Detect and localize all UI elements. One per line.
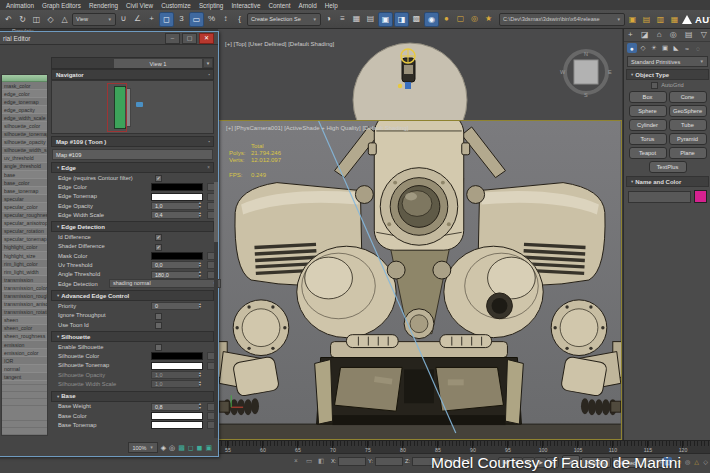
zoom-selected-icon[interactable]: ◼ (197, 444, 203, 452)
silhouette-color-swatch[interactable] (151, 352, 203, 360)
id-difference-checkbox[interactable] (155, 234, 162, 241)
silhouette-opacity-field[interactable]: 1,0 (151, 371, 200, 379)
render-last-icon[interactable]: ▦ (668, 13, 681, 26)
scene-explorer-icon[interactable]: ▦ (350, 12, 363, 25)
parameter-list-item[interactable]: uv_threshold (2, 155, 47, 163)
spinner-icon[interactable]: ▲▼ (197, 302, 203, 310)
silhouette-tonemap-swatch[interactable] (151, 362, 203, 370)
zoom-region-icon[interactable]: ▩ (178, 444, 185, 452)
parameter-list-item[interactable]: normal (2, 365, 47, 373)
parameter-selected-row[interactable] (2, 75, 47, 82)
named-selection-set-dropdown[interactable]: Create Selection Se▼ (247, 13, 321, 26)
base-color-swatch[interactable] (151, 412, 203, 420)
parameter-list-item[interactable]: highlight_color (2, 244, 47, 252)
use-toon-id-checkbox[interactable] (155, 322, 162, 329)
menu-item[interactable]: Animation (2, 2, 38, 9)
parameter-list-item[interactable]: base_tonemap (2, 187, 47, 195)
viewport-camera-label[interactable]: [+] [PhysCamera001] [ActiveShade + High … (226, 125, 408, 131)
parameter-list-item[interactable]: silhouette_tonemap (2, 131, 47, 139)
minimize-button[interactable]: – (165, 33, 180, 44)
parameter-list-item[interactable]: transmission_rough (2, 292, 47, 300)
parameter-list-item[interactable]: silhouette_color (2, 122, 47, 130)
viewport-camera[interactable]: [+] [PhysCamera001] [ActiveShade + High … (218, 120, 622, 440)
menu-item[interactable]: Interactive (227, 2, 264, 9)
unlink-selection-icon[interactable]: ◇ (44, 13, 57, 26)
silhouette-width-field[interactable]: 1,0 (151, 380, 200, 388)
angle-snap-icon[interactable]: ∠ (131, 12, 144, 25)
utilities-tab-icon[interactable]: ▽ (701, 30, 707, 39)
select-object-icon[interactable]: ◻ (159, 12, 174, 27)
time-slider-track[interactable]: 556065707580859095100105110115120 (218, 440, 710, 454)
angle-threshold-field[interactable]: 180,0 (151, 271, 200, 279)
edge-opacity-field[interactable]: 1,0 (151, 202, 200, 210)
close-button[interactable]: ✕ (199, 33, 214, 44)
parameter-list-item[interactable]: mask_color (2, 82, 47, 90)
spinner-icon[interactable]: ▲▼ (197, 403, 203, 411)
absolute-mode-icon[interactable]: ▭ (306, 457, 312, 465)
parameter-list-item[interactable]: highlight_size (2, 252, 47, 260)
maximize-button[interactable]: ▢ (182, 33, 197, 44)
parameter-list-item[interactable]: specular_color (2, 203, 47, 211)
parameter-list-item[interactable]: edge_width_scale (2, 114, 47, 122)
parameter-list-item[interactable]: transmission (2, 276, 47, 284)
percent-snap-icon[interactable]: % (205, 12, 218, 25)
ribbon-toggle-icon[interactable]: ▣ (378, 12, 393, 27)
material-editor-icon[interactable]: ◉ (424, 12, 439, 27)
viewcube[interactable]: N S W E (558, 46, 614, 100)
geometry-category-icon[interactable]: ● (627, 43, 637, 53)
base-section-header[interactable]: ▾ Base (51, 391, 214, 402)
parameter-list-item[interactable]: sheen_color (2, 325, 47, 333)
mirror-icon[interactable]: ◑ (322, 12, 335, 25)
enable-silhouette-checkbox[interactable] (155, 344, 162, 351)
pan-tool-icon[interactable]: ◈ (161, 444, 166, 452)
object-type-button[interactable]: Box (629, 91, 667, 103)
uv-threshold-field[interactable]: 0,0 (151, 261, 200, 269)
snap-3d-icon[interactable]: 3 (175, 12, 188, 25)
render-iterative-icon[interactable]: ▤ (640, 13, 653, 26)
navigator-panel-header[interactable]: Navigator ▪ (51, 69, 214, 80)
parameter-list-item[interactable]: tangent (2, 373, 47, 381)
menu-item[interactable]: Civil View (122, 2, 157, 9)
spinner-icon[interactable]: ▲▼ (197, 271, 203, 279)
edge-width-field[interactable]: 0,4 (151, 211, 200, 219)
edge-tonemap-swatch[interactable] (151, 193, 203, 201)
zoom-extents-icon[interactable]: ◻ (188, 444, 194, 452)
select-and-move-icon[interactable]: + (145, 12, 158, 25)
x-coordinate-field[interactable] (338, 457, 366, 466)
parameter-list-item[interactable]: base (2, 171, 47, 179)
offset-mode-icon[interactable]: ◧ (318, 457, 324, 465)
parameter-list-item[interactable]: specular (2, 195, 47, 203)
named-selection-icon[interactable]: { (233, 12, 246, 25)
align-icon[interactable]: ≡ (336, 12, 349, 25)
edge-color-swatch[interactable] (151, 183, 203, 191)
zoom-level-dropdown[interactable]: 100% ▼ (128, 442, 157, 453)
edge-section-header[interactable]: ▾ Edge× (51, 162, 214, 173)
project-path-dropdown[interactable]: C:\Dev\3dsmax\3dswin\bin\x64\release▼ (499, 13, 625, 26)
silhouette-section-header[interactable]: ▾ Silhouette (51, 331, 214, 342)
parameter-list-item[interactable]: transmission_color (2, 284, 47, 292)
zoom-tool-icon[interactable]: ◎ (169, 444, 175, 452)
hierarchy-tab-icon[interactable]: ⌂ (657, 30, 662, 39)
parameter-list-item[interactable]: specular_anisotropy (2, 220, 47, 228)
material-editor-titlebar[interactable]: rial Editor – ▢ ✕ (0, 32, 218, 45)
object-type-rollout-header[interactable]: ▾ Object Type (626, 69, 709, 80)
parameter-list-item[interactable]: IOR (2, 357, 47, 365)
systems-category-icon[interactable]: ◌ (693, 43, 703, 53)
render-setup-icon[interactable]: ● (440, 12, 453, 25)
spinner-snap-icon[interactable]: ↕ (219, 12, 232, 25)
snaps-toggle-icon[interactable]: ∪ (117, 12, 130, 25)
schematic-view-icon[interactable]: ▩ (410, 12, 423, 25)
parameter-list-item[interactable]: base_color (2, 179, 47, 187)
primitive-category-dropdown[interactable]: Standard Primitives ▼ (627, 56, 708, 67)
cameras-category-icon[interactable]: ▣ (660, 43, 670, 53)
shapes-category-icon[interactable]: ◇ (638, 43, 648, 53)
spinner-icon[interactable]: ▲▼ (197, 211, 203, 219)
pan-to-selected-icon[interactable]: ▣ (205, 444, 212, 452)
parameter-list-item[interactable]: sheen_roughness (2, 333, 47, 341)
menu-item[interactable]: Arnold (295, 2, 321, 9)
base-weight-field[interactable]: 0,8 (151, 403, 200, 411)
parameter-list-item[interactable]: edge_tonemap (2, 98, 47, 106)
zoom-icon[interactable]: ◎ (683, 457, 692, 466)
edge-detection-section-header[interactable]: ▾ Edge Detection (51, 221, 214, 232)
arnold-render-icon[interactable]: ★ (482, 12, 495, 25)
